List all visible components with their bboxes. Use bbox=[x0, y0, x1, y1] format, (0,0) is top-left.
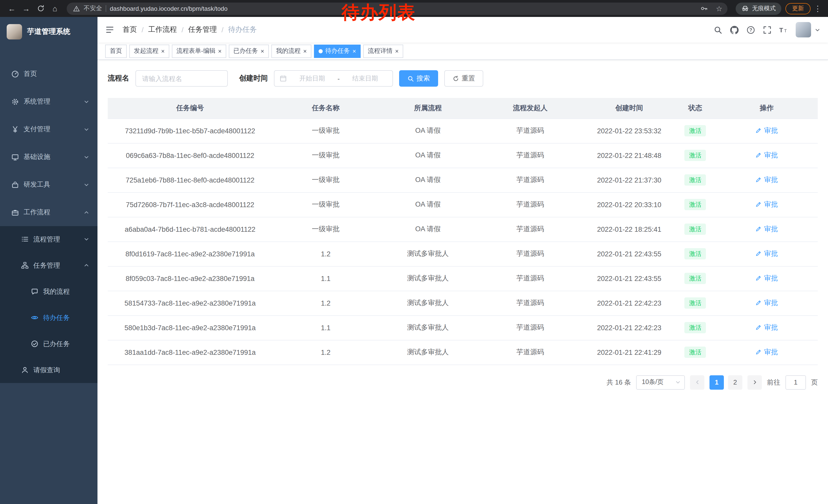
menu-dots-icon[interactable]: ⋮ bbox=[813, 2, 823, 15]
approve-link[interactable]: 审批 bbox=[755, 323, 778, 332]
home-icon[interactable]: ⌂ bbox=[48, 2, 61, 15]
briefcase-icon bbox=[11, 209, 19, 216]
back-icon[interactable]: ← bbox=[5, 2, 18, 15]
table-row: 75d72608-7b7f-11ec-a3c8-acde48001122一级审批… bbox=[108, 192, 818, 217]
date-range-picker[interactable]: 开始日期 - 结束日期 bbox=[274, 70, 393, 87]
cell-process: OA 请假 bbox=[379, 217, 477, 241]
tab-5[interactable]: 待办任务× bbox=[314, 44, 361, 58]
refresh-icon bbox=[452, 75, 459, 82]
search-button-label: 搜索 bbox=[417, 74, 430, 83]
sidebar-item-label: 流程管理 bbox=[33, 235, 60, 244]
fullscreen-icon[interactable] bbox=[763, 26, 772, 34]
tab-close-icon[interactable]: × bbox=[161, 48, 165, 54]
total-count: 共 16 条 bbox=[607, 378, 631, 387]
approve-link[interactable]: 审批 bbox=[755, 126, 778, 135]
sidebar-item-7[interactable]: 任务管理 bbox=[0, 252, 97, 278]
reload-icon[interactable] bbox=[34, 2, 47, 15]
sidebar-item-label: 基础设施 bbox=[24, 152, 50, 162]
tab-6[interactable]: 流程详情× bbox=[363, 44, 403, 58]
sidebar-item-8[interactable]: 我的流程 bbox=[0, 278, 97, 305]
app-logo[interactable]: 芋道管理系统 bbox=[0, 17, 97, 47]
table-row: 381aa1dd-7ac8-11ec-a9e2-a2380e71991a1.2测… bbox=[108, 340, 818, 365]
cell-process: OA 请假 bbox=[379, 119, 477, 143]
reset-button[interactable]: 重置 bbox=[444, 70, 483, 87]
sidebar-item-11[interactable]: 请假查询 bbox=[0, 357, 97, 383]
page-size-select[interactable]: 10条/页 bbox=[636, 375, 685, 390]
approve-link[interactable]: 审批 bbox=[755, 151, 778, 160]
cell-initiator: 芋道源码 bbox=[477, 119, 583, 143]
tab-label: 我的流程 bbox=[276, 47, 301, 55]
approve-link[interactable]: 审批 bbox=[755, 200, 778, 209]
breadcrumb-item-2[interactable]: 任务管理 bbox=[188, 25, 217, 34]
help-icon[interactable]: ? bbox=[746, 26, 755, 34]
end-date-placeholder[interactable]: 结束日期 bbox=[343, 74, 387, 83]
bookmark-star-icon[interactable]: ☆ bbox=[716, 4, 722, 12]
goto-page-input[interactable] bbox=[785, 375, 806, 390]
update-button[interactable]: 更新 bbox=[785, 3, 811, 14]
chevron-down-icon bbox=[84, 99, 89, 104]
pagination: 共 16 条 10条/页 12 前往 页 bbox=[108, 375, 818, 390]
user-avatar[interactable] bbox=[796, 22, 811, 37]
cell-action: 审批 bbox=[715, 266, 818, 291]
sidebar-item-0[interactable]: 首页 bbox=[0, 60, 97, 88]
sidebar-item-label: 系统管理 bbox=[24, 97, 50, 106]
sidebar-item-6[interactable]: 流程管理 bbox=[0, 226, 97, 252]
page-button-1[interactable]: 1 bbox=[709, 375, 724, 390]
header-search-icon[interactable] bbox=[714, 26, 722, 34]
hamburger-icon[interactable] bbox=[105, 25, 114, 34]
incognito-badge: 无痕模式 bbox=[736, 2, 781, 15]
column-header-0: 任务编号 bbox=[108, 98, 273, 119]
tab-label: 首页 bbox=[110, 47, 122, 55]
url-text[interactable]: dashboard.yudao.iocoder.cn/bpm/task/todo bbox=[110, 5, 227, 12]
sidebar-item-9[interactable]: 待办任务 bbox=[0, 305, 97, 331]
tab-close-icon[interactable]: × bbox=[303, 48, 307, 54]
page-button-2[interactable]: 2 bbox=[728, 375, 742, 390]
font-size-icon[interactable]: TT bbox=[779, 26, 788, 34]
tab-close-icon[interactable]: × bbox=[395, 48, 399, 54]
cell-created: 2022-01-22 20:33:10 bbox=[584, 192, 675, 217]
tab-1[interactable]: 发起流程× bbox=[129, 44, 169, 58]
cell-created: 2022-01-22 21:37:30 bbox=[584, 168, 675, 192]
breadcrumb-item-1[interactable]: 工作流程 bbox=[148, 25, 177, 34]
tab-2[interactable]: 流程表单-编辑× bbox=[172, 44, 226, 58]
cell-status: 激活 bbox=[675, 315, 716, 340]
tab-4[interactable]: 我的流程× bbox=[272, 44, 312, 58]
github-icon[interactable] bbox=[730, 26, 739, 34]
approve-link[interactable]: 审批 bbox=[755, 175, 778, 185]
tab-close-icon[interactable]: × bbox=[261, 48, 264, 54]
tab-close-icon[interactable]: × bbox=[353, 48, 356, 54]
security-label[interactable]: 不安全 bbox=[84, 4, 102, 13]
next-page-button[interactable] bbox=[747, 375, 762, 390]
search-button[interactable]: 搜索 bbox=[399, 70, 438, 87]
cell-task-name: 一级审批 bbox=[273, 192, 379, 217]
svg-text:T: T bbox=[779, 27, 783, 33]
org-icon bbox=[21, 262, 29, 269]
approve-label: 审批 bbox=[764, 225, 778, 234]
cell-task-id: 58154733-7ac8-11ec-a9e2-a2380e71991a bbox=[108, 291, 273, 315]
column-header-1: 任务名称 bbox=[273, 98, 379, 119]
tab-close-icon[interactable]: × bbox=[218, 48, 222, 54]
approve-link[interactable]: 审批 bbox=[755, 299, 778, 308]
process-name-input[interactable] bbox=[136, 71, 227, 86]
breadcrumb: 首页/工作流程/任务管理/待办任务 bbox=[123, 25, 257, 34]
tab-3[interactable]: 已办任务× bbox=[229, 44, 269, 58]
approve-link[interactable]: 审批 bbox=[755, 274, 778, 283]
sidebar-item-5[interactable]: 工作流程 bbox=[0, 198, 97, 226]
forward-icon[interactable]: → bbox=[19, 2, 33, 15]
table-row: 8f059c03-7ac8-11ec-a9e2-a2380e71991a1.1测… bbox=[108, 266, 818, 291]
approve-link[interactable]: 审批 bbox=[755, 249, 778, 259]
sidebar-item-1[interactable]: 系统管理 bbox=[0, 88, 97, 116]
sidebar-item-10[interactable]: 已办任务 bbox=[0, 331, 97, 357]
prev-page-button[interactable] bbox=[690, 375, 704, 390]
cell-created: 2022-01-21 22:43:55 bbox=[584, 241, 675, 266]
sidebar-item-4[interactable]: 研发工具 bbox=[0, 171, 97, 198]
approve-link[interactable]: 审批 bbox=[755, 225, 778, 234]
avatar-caret-icon[interactable] bbox=[815, 27, 820, 33]
breadcrumb-item-0[interactable]: 首页 bbox=[123, 25, 137, 34]
tab-0[interactable]: 首页 bbox=[105, 44, 127, 58]
approve-link[interactable]: 审批 bbox=[755, 348, 778, 357]
sidebar-item-3[interactable]: 基础设施 bbox=[0, 143, 97, 171]
key-icon[interactable] bbox=[701, 5, 708, 12]
start-date-placeholder[interactable]: 开始日期 bbox=[290, 74, 334, 83]
sidebar-item-2[interactable]: 支付管理 bbox=[0, 116, 97, 143]
